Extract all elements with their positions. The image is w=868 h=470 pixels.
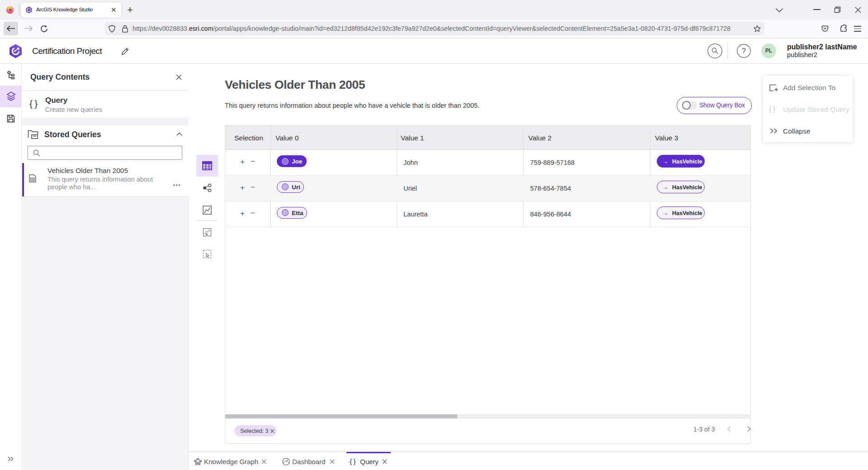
svg-text:?: ? — [742, 47, 746, 55]
